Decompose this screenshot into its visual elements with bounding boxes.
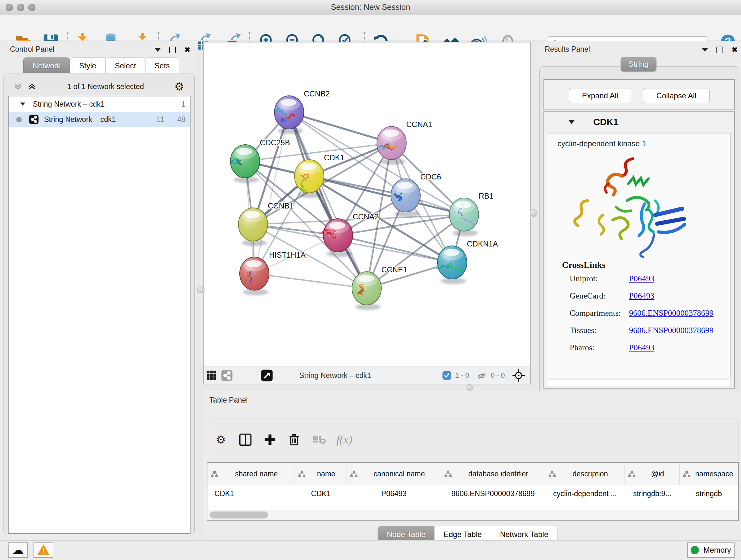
crosslink-label: Uniprot:	[569, 274, 598, 283]
column-header-canonical-name[interactable]: canonical name	[347, 463, 441, 485]
trash-icon	[288, 433, 300, 446]
selected-node-edge-counts: 1 - 0	[455, 371, 469, 380]
network-row-selected[interactable]: String Network – cdk1 11 48	[9, 112, 190, 127]
warning-icon	[38, 545, 49, 555]
edge-CCNA2-CDKN1A[interactable]	[338, 235, 452, 262]
crosslink-label: GeneCard:	[569, 291, 606, 300]
crosslink-link[interactable]: 9606.ENSP00000378699	[629, 308, 714, 318]
cell-namespace[interactable]: stringdb	[680, 485, 738, 502]
table-horizontal-scrollbar[interactable]	[208, 510, 738, 520]
crosslink-link[interactable]: 9606.ENSP00000378699	[629, 326, 714, 335]
cell-canonical-name[interactable]: P06493	[347, 485, 441, 502]
grid-view-icon[interactable]	[206, 370, 217, 381]
hidden-node-edge-counts: 0 - 0	[491, 371, 505, 380]
node-RB1[interactable]	[449, 198, 479, 236]
expand-all-button[interactable]: Expand All	[569, 88, 631, 103]
tab-sets[interactable]: Sets	[145, 57, 179, 74]
edge-HIST1H1A-CCNE1[interactable]	[254, 273, 367, 288]
protein-structure-image	[566, 152, 691, 258]
tab-network[interactable]: Network	[23, 57, 70, 74]
collection-expand-icon[interactable]	[20, 103, 25, 106]
network-canvas[interactable]: CCNB2CCNA1CDC25BCDK1CDC6RB1CCNB1CCNA2CDK…	[204, 43, 530, 367]
column-header--id[interactable]: @id	[625, 463, 680, 485]
close-panel-icon[interactable]: ✖	[731, 46, 738, 54]
crosslink-row: GeneCard:P06493	[569, 291, 723, 301]
collection-label: String Network – cdk1	[33, 100, 105, 109]
horizontal-splitter-handle[interactable]	[467, 384, 473, 391]
create-column-button[interactable]	[259, 429, 280, 450]
crosslink-label: Tissues:	[569, 326, 596, 335]
table-row[interactable]: CDK1CDK1P064939606.ENSP00000378699cyclin…	[207, 485, 738, 502]
float-panel-icon[interactable]	[169, 47, 176, 53]
float-panel-icon[interactable]	[717, 47, 723, 53]
expand-all-icon[interactable]	[27, 82, 37, 91]
column-header-name[interactable]: name	[295, 463, 347, 485]
node-CDC6[interactable]	[391, 179, 420, 217]
cell-shared-name[interactable]: CDK1	[207, 485, 295, 502]
delete-column-button[interactable]	[284, 429, 305, 450]
right-splitter-handle[interactable]	[530, 209, 537, 217]
node-CCNB2[interactable]	[274, 96, 304, 134]
crosslink-link[interactable]: P06493	[629, 291, 654, 301]
crosslink-row: Compartments:9606.ENSP00000378699	[569, 308, 723, 318]
delete-table-button[interactable]	[309, 429, 330, 450]
network-share-view-icon[interactable]	[221, 369, 233, 381]
tab-select[interactable]: Select	[105, 57, 145, 74]
edge-CCNB2-CCNE1[interactable]	[289, 112, 367, 288]
tab-string[interactable]: String	[621, 57, 657, 71]
memory-button[interactable]: Memory	[687, 543, 735, 558]
delete-table-icon	[313, 434, 326, 445]
column-header-namespace[interactable]: namespace	[680, 463, 738, 485]
node-CCNB1[interactable]	[239, 208, 268, 246]
results-horizontal-scrollbar[interactable]	[547, 380, 731, 386]
show-columns-button[interactable]	[235, 429, 256, 450]
memory-label: Memory	[703, 546, 731, 555]
table-options-button[interactable]: ⚙	[210, 429, 231, 450]
collapse-all-icon[interactable]	[13, 82, 23, 91]
cell-description[interactable]: cyclin-dependent ...	[545, 485, 625, 502]
scrollbar-thumb[interactable]	[210, 511, 268, 518]
collapse-all-button[interactable]: Collapse All	[643, 88, 710, 103]
network-options-gear-icon[interactable]: ⚙	[175, 81, 184, 92]
node-CDKN1A[interactable]	[437, 246, 467, 284]
cell-database-identifier[interactable]: 9606.ENSP00000378699	[441, 485, 545, 502]
footer-separator	[473, 369, 473, 381]
warnings-button[interactable]	[33, 543, 53, 558]
table-toolbar: ⚙ f(x)	[209, 419, 738, 460]
node-CCNE1[interactable]	[352, 272, 381, 310]
edge-CCNB2-CCNA1[interactable]	[289, 112, 392, 143]
panel-menu-icon[interactable]	[702, 48, 708, 52]
node-CDC25B[interactable]	[230, 145, 260, 183]
node-label-RB1: RB1	[479, 192, 494, 200]
section-collapse-icon[interactable]	[568, 120, 575, 124]
close-panel-icon[interactable]: ✖	[184, 46, 191, 54]
cell--id[interactable]: stringdb:9...	[625, 485, 680, 502]
control-panel-title: Control Panel	[10, 45, 54, 54]
node-HIST1H1A[interactable]	[240, 257, 269, 295]
node-label-CCNA2: CCNA2	[353, 212, 379, 221]
node-CDK1[interactable]	[294, 160, 324, 198]
tab-style[interactable]: Style	[70, 57, 105, 74]
column-header-description[interactable]: description	[545, 463, 625, 485]
column-header-database-identifier[interactable]: database identifier	[441, 463, 545, 485]
left-splitter-handle[interactable]	[197, 286, 205, 294]
open-in-window-icon[interactable]	[260, 369, 273, 382]
crosslink-link[interactable]: P06493	[629, 274, 654, 284]
node-label-CCNE1: CCNE1	[381, 265, 407, 274]
cdk1-section: CDK1 cyclin-dependent kinase 1	[543, 111, 735, 388]
hidden-eye-icon[interactable]	[477, 370, 488, 381]
panel-menu-icon[interactable]	[154, 48, 161, 52]
cell-name[interactable]: CDK1	[295, 485, 347, 502]
pan-crosshair-icon[interactable]	[512, 369, 525, 382]
network-title: String Network – cdk1	[299, 371, 371, 380]
cloud-status-button[interactable]: ☁	[8, 543, 28, 558]
selected-checkbox-icon[interactable]	[442, 371, 451, 380]
network-view-panel: CCNB2CCNA1CDC25BCDK1CDC6RB1CCNB1CCNA2CDK…	[203, 42, 531, 384]
node-CCNA1[interactable]	[377, 126, 406, 165]
network-collection-row[interactable]: String Network – cdk1 1	[9, 97, 190, 112]
cdk1-details: cyclin-dependent kinase 1	[547, 133, 731, 378]
network-view-footer: String Network – cdk1 1 - 0 0 - 0	[204, 367, 530, 384]
column-header-shared-name[interactable]: shared name	[207, 463, 295, 485]
crosslink-link[interactable]: P06493	[629, 343, 654, 353]
function-builder-button[interactable]: f(x)	[334, 429, 355, 450]
